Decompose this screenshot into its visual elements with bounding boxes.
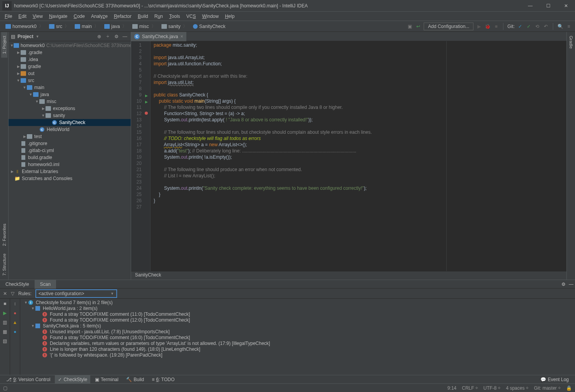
crumb-sanitycheck[interactable]: SanityCheck (191, 23, 228, 30)
cs-issue[interactable]: !Line is longer than 120 characters (fou… (20, 346, 575, 352)
menu-code[interactable]: Code (70, 13, 88, 20)
git-commit-icon[interactable]: ✓ (526, 23, 532, 30)
gutter[interactable]: 123456789▶10▶111213141516171819202122232… (131, 41, 151, 271)
file-tab-sanitycheck[interactable]: C SanityCheck.java × (131, 32, 186, 41)
menu-view[interactable]: View (30, 13, 46, 20)
tree-item-main[interactable]: ▼main (9, 84, 131, 91)
menu-refactor[interactable]: Refactor (111, 13, 135, 20)
tree-item-build-gradle[interactable]: build.gradle (9, 154, 131, 161)
minimize-button[interactable]: — (521, 0, 539, 12)
maximize-button[interactable]: ☐ (539, 0, 557, 12)
menu-file[interactable]: File (2, 13, 15, 20)
tree-item-misc[interactable]: ▼misc (9, 98, 131, 105)
close-button[interactable]: ✕ (557, 0, 575, 12)
debug-icon[interactable]: 🐞 (484, 23, 491, 30)
back-icon[interactable]: ↩ (415, 23, 421, 30)
tree-item-java[interactable]: ▼java (9, 91, 131, 98)
cs-issue[interactable]: !Declaring variables, return values or p… (20, 340, 575, 346)
tool-event-log[interactable]: 💬 Event Log (537, 375, 572, 384)
status-icon[interactable]: ▢ (3, 385, 7, 391)
tree-item--idea[interactable]: .idea (9, 56, 131, 63)
cs-issue[interactable]: !Found a stray TODO/FIXME comment (16:0)… (20, 334, 575, 340)
tool-checkstyle[interactable]: ✓ CheckStyle (55, 375, 90, 384)
rail-structure[interactable]: 7: Structure (1, 250, 7, 280)
menu-window[interactable]: Window (199, 13, 222, 20)
tree-item-out[interactable]: ▶out (9, 70, 131, 77)
editor-breadcrumb[interactable]: SanityCheck (131, 271, 566, 280)
error-gutter-icon[interactable] (145, 112, 148, 115)
crumb-misc[interactable]: misc〉 (130, 22, 158, 30)
stop-icon[interactable]: ■ (493, 23, 499, 30)
dropdown-icon[interactable]: ▼ (36, 35, 39, 38)
menu-run[interactable]: Run (151, 13, 166, 20)
run-icon[interactable]: ▶ (2, 310, 9, 317)
rail-gradle[interactable]: Gradle (568, 32, 574, 52)
add-configuration-button[interactable]: Add Configuration... (424, 23, 473, 30)
tree-item-gradle[interactable]: ▶gradle (9, 63, 131, 70)
gear-icon[interactable]: ⚙ (113, 33, 120, 40)
tool-todo[interactable]: ≡ 6: TODO (149, 375, 178, 384)
git-branch[interactable]: Git: master ÷ (534, 385, 561, 391)
tree-item-sanity[interactable]: ▼sanity (9, 112, 131, 119)
code-editor[interactable]: package misc.sanity; import java.util.Ar… (151, 41, 566, 271)
tree-item-test[interactable]: ▶test (9, 133, 131, 140)
gear-icon[interactable]: ⚙ (559, 282, 567, 287)
menu-vcs[interactable]: VCS (183, 13, 199, 20)
cs-issue[interactable]: !Found a stray TODO/FIXME comment (12:0)… (20, 317, 575, 323)
caret-position[interactable]: 9:14 (447, 385, 456, 391)
tree-item-external-libraries[interactable]: ▶⫴External Libraries (9, 168, 131, 175)
rail-favorites[interactable]: 2: Favorites (1, 220, 7, 250)
git-update-icon[interactable]: ✓ (517, 23, 523, 30)
menu-help[interactable]: Help (222, 13, 238, 20)
tab-scan[interactable]: Scan (35, 280, 56, 289)
cs-issue[interactable]: !'(' is followed by whitespace. (19:28) … (20, 352, 575, 358)
tree-item-sanitycheck[interactable]: CSanityCheck (9, 119, 131, 126)
git-revert-icon[interactable]: ↶ (543, 23, 549, 30)
tab-checkstyle[interactable]: CheckStyle (0, 280, 35, 289)
cs-summary[interactable]: ▼iCheckstyle found 7 item(s) in 2 file(s… (20, 299, 575, 305)
menu-tools[interactable]: Tools (166, 13, 183, 20)
filter-icon[interactable]: ▽ (11, 291, 14, 296)
project-check-icon[interactable]: ▦ (2, 328, 9, 335)
stop-icon[interactable]: ■ (2, 300, 9, 307)
module-check-icon[interactable]: ▥ (2, 319, 9, 326)
changelist-check-icon[interactable]: ▧ (2, 338, 9, 345)
tree-item--gitlab-ci-yml[interactable]: .gitlab-ci.yml (9, 147, 131, 154)
crumb-src[interactable]: src〉 (47, 22, 72, 30)
collapse-icon[interactable]: ÷ (104, 33, 111, 40)
tree-item-exceptions[interactable]: ▶exceptions (9, 105, 131, 112)
cs-file[interactable]: ▼HelloWorld.java : 2 item(s) (20, 305, 575, 311)
git-history-icon[interactable]: ⟲ (534, 23, 540, 30)
indent[interactable]: 4 spaces ÷ (506, 385, 528, 391)
project-tree[interactable]: ▼ homework0 C:\Users\me\Files\School\CSE… (9, 41, 131, 280)
tree-item-homework0-iml[interactable]: homework0.iml (9, 161, 131, 168)
rail-project[interactable]: 1: Project (1, 32, 7, 58)
ide-settings-icon[interactable]: ≡ (566, 23, 572, 30)
encoding[interactable]: UTF-8 ÷ (484, 385, 501, 391)
line-ending[interactable]: CRLF ÷ (462, 385, 478, 391)
hide-icon[interactable]: — (567, 282, 575, 287)
tree-item--gitignore[interactable]: .gitignore (9, 140, 131, 147)
menu-build[interactable]: Build (135, 13, 151, 20)
hide-icon[interactable]: — (121, 33, 128, 40)
tree-root[interactable]: ▼ homework0 C:\Users\me\Files\School\CSE… (9, 42, 131, 49)
tree-item-helloworld[interactable]: CHelloWorld (9, 126, 131, 133)
tree-item-scratches-and-consoles[interactable]: 📁Scratches and Consoles (9, 175, 131, 182)
cs-file[interactable]: ▼SanityCheck.java : 5 item(s) (20, 323, 575, 329)
tool-build[interactable]: 🔨 Build (123, 375, 147, 384)
crumb-sanity[interactable]: sanity〉 (159, 22, 190, 30)
expand-icon[interactable]: ↕ (12, 300, 19, 307)
lock-icon[interactable]: 🔒 (566, 385, 572, 391)
cs-issue[interactable]: !Found a stray TODO/FIXME comment (11:0)… (20, 311, 575, 317)
menu-navigate[interactable]: Navigate (46, 13, 70, 20)
pane-title[interactable]: Project (18, 34, 33, 39)
warnings-icon[interactable]: ▲ (12, 319, 19, 326)
build-icon[interactable]: ▣ (407, 23, 413, 30)
close-icon[interactable]: × (181, 34, 183, 39)
crumb-java[interactable]: java〉 (102, 22, 129, 30)
locate-icon[interactable]: ⊕ (96, 33, 103, 40)
tree-item--gradle[interactable]: ▶.gradle (9, 49, 131, 56)
errors-icon[interactable]: ● (12, 310, 19, 317)
tool-version-control[interactable]: ⎇ 9: Version Control (3, 375, 53, 384)
info-icon[interactable]: ● (12, 328, 19, 335)
